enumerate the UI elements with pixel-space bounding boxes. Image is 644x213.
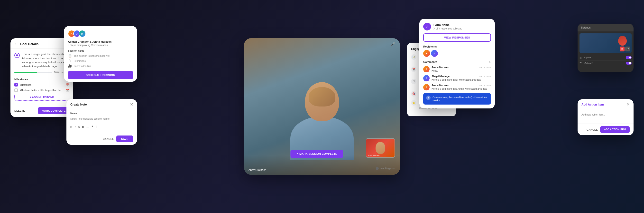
bold-button[interactable]: B [70, 125, 72, 128]
goal-icon-row: This is a longer goal that shows when it… [14, 52, 69, 68]
milestone-1-checkbox[interactable] [14, 83, 18, 87]
view-responses-button[interactable]: VIEW RESPONSES [423, 33, 491, 42]
comment-avatar-2: A [423, 75, 430, 81]
note-formatting-toolbar: B I S H — ❝ ⋮ [70, 124, 133, 130]
recipients-title: Recipients [423, 45, 491, 48]
milestones-section-title: Milestones [14, 78, 69, 81]
video-person-name: Andy Grainger [248, 168, 266, 171]
settings-end-call-button[interactable]: ✕ [620, 47, 624, 51]
comment-2-date: Jan 12, 2022 [478, 75, 491, 78]
comment-1-text: Hello, [432, 69, 491, 73]
delete-goal-button[interactable]: DELETE [14, 109, 25, 112]
schedule-names: Abigail Grainger & Jenna Marksen [68, 40, 133, 43]
add-action-item-card: Add Action Item ✕ CANCEL ADD ACTION ITEM [578, 99, 634, 135]
action-item-cancel-button[interactable]: CANCEL [586, 126, 598, 133]
comment-row-3: J Jenna Marksen Jan 13, 2022 Here is a c… [423, 84, 491, 91]
notes-icon: 📝 [411, 54, 416, 60]
recipient-avatar-2: J [431, 50, 438, 57]
goal-card-footer: DELETE MARK COMPLETE [10, 104, 73, 117]
note-card-header: Create Note ✕ [66, 99, 137, 109]
action-item-close-icon[interactable]: ✕ [626, 103, 630, 107]
schedule-session-button[interactable]: SCHEDULE SESSION [68, 71, 133, 79]
goal-progress-row: 60% complete [14, 71, 69, 74]
video-area: 🎤 Andy Grainger Jenna Marksen ✓ MARK SES… [244, 38, 400, 175]
settings-row-2-toggle[interactable] [626, 62, 632, 65]
settings-row-1-text: Option 1 [584, 56, 624, 59]
schedule-header: A J M Abigail Grainger & Jenna Marksen 8… [64, 26, 137, 82]
zoom-link-text: Zoom video link [74, 65, 91, 68]
mark-complete-button[interactable]: MARK COMPLETE [38, 107, 69, 114]
add-action-item-button[interactable]: ADD ACTION ITEM [600, 126, 630, 133]
notice-text: Comments only be viewed (not added) with… [432, 96, 488, 102]
heading-button[interactable]: H [82, 125, 84, 128]
settings-title: Settings [581, 26, 591, 29]
zoom-row: 🎥 Zoom video link [68, 64, 133, 68]
comment-3-date: Jan 13, 2022 [478, 84, 491, 87]
settings-row-1: ☰ Option 1 [580, 55, 632, 60]
video-thumb-background: Jenna Marksen [366, 139, 394, 157]
goal-description: This is a longer goal that shows when it… [22, 52, 69, 68]
session-name-label: Session name [68, 50, 133, 52]
settings-mute-button[interactable]: 🎤 [625, 47, 630, 51]
action-items-icon: ☑ [411, 79, 416, 84]
italic-button[interactable]: I [75, 125, 76, 128]
note-close-icon[interactable]: ✕ [130, 103, 133, 107]
milestone-row-2: Milestone that is a little longer than t… [14, 88, 69, 92]
settings-video-face [618, 36, 627, 46]
note-cancel-button[interactable]: CANCEL [103, 135, 114, 142]
milestone-2-label: Milestone that is a little longer than t… [20, 89, 64, 92]
form-name-title: Form Name [434, 23, 491, 27]
goal-card-title: Goal Details [20, 42, 38, 46]
scheduling-icon: 📅 [411, 67, 416, 72]
quote-button[interactable]: ❝ [92, 125, 93, 128]
settings-row-2: ☰ Option 2 [580, 60, 632, 66]
comment-row-1: J Jenna Marksen Jan 13, 2022 Hello, [423, 66, 491, 73]
scene: ← Goal Details ✕ This is a longer goal t… [6, 4, 638, 209]
notice-info-icon: ℹ [426, 96, 430, 100]
back-arrow-icon[interactable]: ← [14, 42, 18, 46]
settings-row-2-icon: ☰ [580, 62, 583, 65]
comments-section-header: Comments ∧ [423, 60, 491, 64]
person-video-display [290, 82, 354, 160]
comment-1-author: Jenna Marksen [432, 66, 449, 69]
note-name-input[interactable] [70, 116, 133, 121]
hr-button[interactable]: — [86, 125, 89, 128]
strikethrough-button[interactable]: S [78, 125, 80, 128]
action-item-input[interactable] [582, 112, 630, 117]
action-item-header: Add Action Item ✕ [578, 99, 634, 109]
add-milestone-button[interactable]: + ADD MILESTONE [14, 94, 69, 101]
not-scheduled-text: This session is not scheduled yet. [74, 55, 110, 57]
video-thumb-person-name: Jenna Marksen [368, 154, 380, 156]
duration-row: ⏱ 60 minutes [68, 59, 133, 63]
milestone-1-calendar-icon[interactable]: 📅 [66, 83, 69, 87]
milestone-2-checkbox[interactable] [14, 88, 18, 92]
clock-icon: ⏱ [68, 59, 72, 63]
settings-row-1-toggle[interactable] [626, 56, 632, 59]
note-save-button[interactable]: SAVE [116, 135, 133, 142]
progress-bar-background [14, 72, 52, 73]
comments-toggle-icon[interactable]: ∧ [489, 60, 491, 64]
comment-2-author: Abigail Grainger [432, 75, 450, 78]
comment-row-2: A Abigail Grainger Jan 12, 2022 Here is … [423, 75, 491, 82]
calendar-icon: 📋 [68, 54, 72, 58]
video-icon: 🎥 [68, 64, 72, 68]
video-name-tag: Andy Grainger [248, 168, 266, 171]
mark-session-complete-button[interactable]: ✓ MARK SESSION COMPLETE [290, 150, 343, 158]
video-thumb-face [376, 142, 385, 154]
comment-1-date: Jan 13, 2022 [478, 66, 491, 69]
goal-header-left: ← Goal Details [14, 42, 38, 46]
coaching-logo: coaching.com [376, 167, 395, 170]
note-card-body: Name B I S H — ❝ ⋮ [66, 109, 137, 133]
action-item-body [578, 109, 634, 124]
comments-section: Comments ∧ J Jenna Marksen Jan 13, 2022 … [423, 60, 491, 105]
not-scheduled-row: 📋 This session is not scheduled yet. [68, 54, 133, 58]
coaching-logo-dot [376, 167, 379, 170]
duration-text: 60 minutes [74, 60, 86, 62]
recipients-avatar-group: A J [423, 50, 491, 57]
note-card-title: Create Note [70, 103, 87, 106]
milestone-1-label: Milestones [20, 84, 64, 86]
action-item-card-title: Add Action Item [582, 103, 604, 106]
milestone-2-calendar-icon[interactable]: 📅 [66, 89, 69, 92]
more-options-button[interactable]: ⋮ [96, 125, 98, 128]
action-item-footer: CANCEL ADD ACTION ITEM [578, 124, 634, 135]
